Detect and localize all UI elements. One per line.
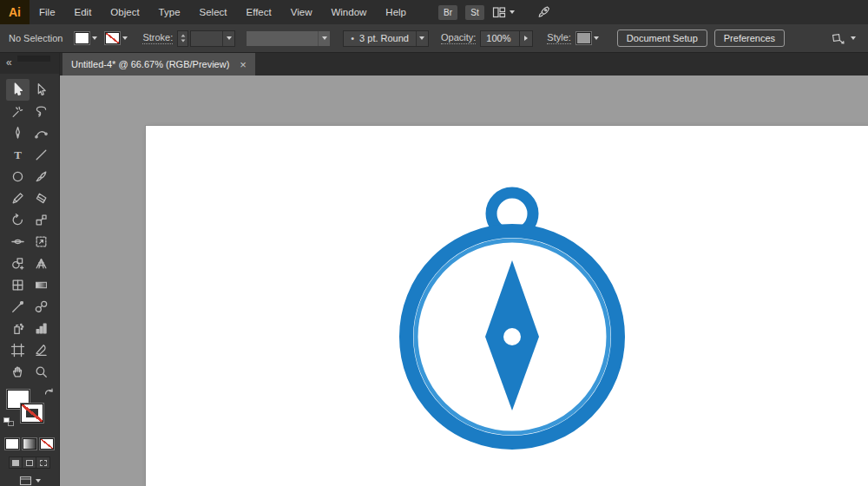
chevron-down-icon (227, 36, 232, 40)
zoom-tool[interactable] (30, 361, 53, 383)
workspace-icon[interactable] (492, 6, 515, 19)
lasso-tool[interactable] (30, 101, 53, 122)
chevron-down-icon (92, 36, 97, 40)
eyedropper-tool[interactable] (6, 296, 30, 318)
draw-behind-mode[interactable] (23, 456, 36, 469)
menu-item-help[interactable]: Help (376, 0, 416, 24)
chevron-down-icon (594, 36, 599, 40)
type-tool[interactable]: T (6, 144, 30, 166)
menu-item-file[interactable]: File (30, 0, 65, 24)
chevron-down-icon[interactable] (36, 479, 41, 483)
stock-icon[interactable]: St (465, 5, 484, 20)
line-segment-tool[interactable] (30, 144, 53, 166)
ellipse-tool[interactable] (6, 166, 30, 187)
tool-panel-header: « (0, 53, 59, 74)
canvas[interactable] (60, 76, 868, 486)
draw-normal-mode[interactable] (9, 456, 23, 469)
eraser-tool[interactable] (30, 187, 53, 209)
stepper-down-icon (181, 39, 185, 42)
chevron-down-icon (122, 36, 128, 40)
blend-tool[interactable] (30, 296, 53, 318)
column-graph-tool[interactable] (30, 318, 53, 339)
brush-definition-combo[interactable]: • 3 pt. Round (343, 30, 429, 47)
preferences-button[interactable]: Preferences (714, 30, 785, 47)
stroke-box[interactable] (21, 404, 43, 423)
direct-selection-tool[interactable] (30, 79, 53, 101)
bridge-icon[interactable]: Br (438, 5, 457, 20)
document-tab[interactable]: Untitled-4* @ 66.67% (RGB/Preview) × (62, 53, 255, 76)
chevron-down-icon (419, 36, 424, 40)
symbol-sprayer-tool[interactable] (6, 318, 30, 339)
scale-tool[interactable] (30, 209, 53, 231)
menu-items: FileEditObjectTypeSelectEffectViewWindow… (30, 0, 416, 24)
document-setup-button[interactable]: Document Setup (617, 30, 707, 47)
magic-wand-tool[interactable] (6, 101, 30, 122)
default-fill-stroke-icon[interactable] (3, 417, 14, 426)
menu-item-effect[interactable]: Effect (237, 0, 281, 24)
slice-tool[interactable] (30, 339, 53, 361)
style-picker[interactable] (576, 32, 599, 44)
control-bar: No Selection Stroke: • 3 pt. Round Opa (0, 24, 868, 53)
pen-tool[interactable] (6, 122, 30, 144)
curvature-tool[interactable] (30, 122, 53, 144)
panel-drag-notch[interactable] (17, 56, 50, 62)
shape-builder-tool[interactable] (6, 253, 30, 274)
opacity-expand-button[interactable] (520, 30, 533, 47)
paintbrush-tool[interactable] (30, 166, 53, 187)
color-button[interactable] (5, 438, 19, 450)
rotate-tool[interactable] (6, 209, 30, 231)
hand-tool[interactable] (6, 361, 30, 383)
menu-item-window[interactable]: Window (321, 0, 376, 24)
opacity-field[interactable]: 100% (480, 30, 520, 47)
perspective-grid-tool[interactable] (30, 253, 53, 274)
stepper-up-icon (181, 34, 185, 36)
gradient-tool[interactable] (30, 274, 53, 296)
color-mode-row (0, 438, 59, 450)
mesh-tool[interactable] (6, 274, 30, 296)
swap-fill-stroke-icon[interactable] (44, 388, 54, 397)
none-button[interactable] (40, 438, 54, 450)
selection-status-label: No Selection (9, 33, 62, 43)
menu-item-edit[interactable]: Edit (65, 0, 102, 24)
menu-item-type[interactable]: Type (149, 0, 190, 24)
variable-width-profile-combo[interactable] (246, 30, 331, 47)
stroke-weight-label[interactable]: Stroke: (142, 32, 173, 44)
screen-mode-control (0, 476, 59, 486)
menu-item-object[interactable]: Object (101, 0, 148, 24)
screen-mode-icon[interactable] (19, 476, 32, 486)
tool-panel: « T (0, 53, 60, 486)
chevron-down-icon (851, 36, 856, 40)
control-panel-menu[interactable] (832, 32, 856, 45)
shaper-tool[interactable] (6, 187, 30, 209)
collapse-panel-icon[interactable]: « (6, 56, 12, 69)
app-logo: Ai (0, 0, 30, 24)
stroke-weight-combo[interactable] (190, 30, 235, 47)
draw-inside-mode[interactable] (36, 456, 50, 469)
tools-grid: T (0, 79, 59, 383)
menu-item-select[interactable]: Select (190, 0, 237, 24)
fill-color-picker[interactable] (75, 32, 97, 44)
width-tool[interactable] (6, 231, 30, 253)
opacity-value: 100% (486, 33, 510, 43)
chevron-down-icon (510, 10, 515, 14)
free-transform-tool[interactable] (30, 231, 53, 253)
none-slash-icon (22, 404, 43, 422)
style-swatch (576, 32, 591, 44)
opacity-label[interactable]: Opacity: (441, 32, 476, 44)
stroke-color-picker[interactable] (105, 32, 128, 44)
stroke-weight-stepper[interactable] (177, 30, 188, 47)
menu-bar: Ai FileEditObjectTypeSelectEffectViewWin… (0, 0, 868, 24)
none-slash-icon (41, 439, 53, 449)
compass-center-dot (503, 328, 521, 345)
close-icon[interactable]: × (240, 59, 247, 70)
style-label[interactable]: Style: (547, 32, 571, 44)
rocket-icon[interactable] (536, 5, 550, 19)
artboard-tool[interactable] (6, 339, 30, 361)
menubar-icons: Br St (438, 5, 550, 20)
fill-swatch (75, 32, 89, 44)
drawing-modes (0, 456, 59, 469)
selection-tool[interactable] (6, 79, 30, 101)
menu-item-view[interactable]: View (281, 0, 322, 24)
stroke-swatch-none (105, 32, 120, 44)
gradient-button[interactable] (23, 438, 36, 450)
